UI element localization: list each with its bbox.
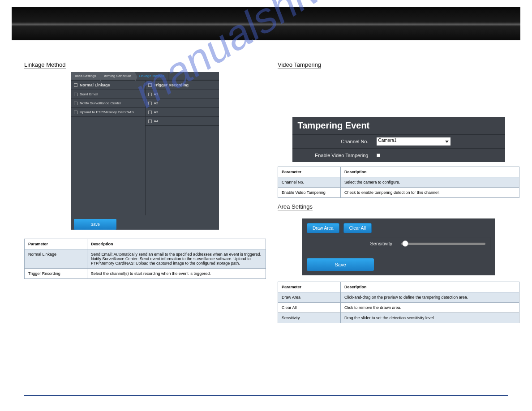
cell-val: Select the camera to configure. bbox=[341, 177, 519, 188]
channel-no-label: Channel No. bbox=[292, 135, 373, 148]
trigger-recording-title: Trigger Recording bbox=[154, 83, 189, 87]
list-item-label: A2 bbox=[154, 101, 159, 105]
table-header-parameter: Parameter bbox=[278, 282, 341, 292]
checkbox-icon[interactable] bbox=[74, 111, 77, 114]
cell-key: Enable Video Tampering bbox=[278, 188, 341, 198]
draw-area-button[interactable]: Draw Area bbox=[307, 223, 339, 233]
linkage-grid: Normal Linkage Send Email Notify Surveil… bbox=[71, 80, 219, 215]
page-header-bar bbox=[12, 7, 520, 40]
checkbox-icon[interactable] bbox=[148, 120, 152, 123]
tab-arming-schedule[interactable]: Arming Schedule bbox=[100, 72, 135, 80]
table-row: Enable Video Tampering Check to enable t… bbox=[278, 188, 519, 198]
sensitivity-label: Sensitivity bbox=[307, 237, 397, 250]
trigger-item-a4: A4 bbox=[146, 117, 219, 126]
section-heading-area: Area Settings bbox=[278, 203, 313, 210]
section-heading-linkage: Linkage Method bbox=[24, 61, 66, 68]
cell-val: Check to enable tampering detection for … bbox=[341, 188, 519, 198]
list-item-label: A3 bbox=[154, 110, 159, 114]
normal-linkage-title: Normal Linkage bbox=[80, 83, 110, 87]
normal-item-upload: Upload to FTP/Memory Card/NAS bbox=[71, 108, 145, 117]
cell-key: Clear All bbox=[278, 303, 341, 313]
trigger-item-a3: A3 bbox=[146, 108, 219, 117]
slider-thumb-icon[interactable] bbox=[402, 240, 408, 247]
clear-all-button[interactable]: Clear All bbox=[343, 223, 372, 233]
trigger-recording-col: Trigger Recording A1 A2 A3 A4 bbox=[146, 81, 219, 215]
table-header-parameter: Parameter bbox=[25, 239, 87, 249]
linkage-spec-table: Parameter Description Normal Linkage Sen… bbox=[24, 239, 266, 279]
list-item-label: A1 bbox=[154, 92, 159, 96]
tab-linkage-method[interactable]: Linkage Method bbox=[135, 72, 168, 80]
checkbox-icon[interactable] bbox=[148, 102, 152, 105]
normal-linkage-header: Normal Linkage bbox=[71, 81, 145, 90]
normal-item-notify: Notify Surveillance Center bbox=[71, 99, 145, 108]
left-column: Linkage Method Area Settings Arming Sche… bbox=[24, 60, 266, 279]
sensitivity-row: Sensitivity bbox=[307, 237, 490, 250]
table-row: Draw Area Click-and-drag on the preview … bbox=[278, 292, 519, 303]
table-header-row: Parameter Description bbox=[25, 239, 266, 249]
linkage-screenshot: Area Settings Arming Schedule Linkage Me… bbox=[71, 72, 219, 230]
cell-val: Select the channel(s) to start recording… bbox=[87, 269, 266, 279]
cell-val: Click-and-drag on the preview to define … bbox=[341, 292, 519, 303]
checkbox-icon[interactable] bbox=[74, 102, 77, 105]
tampering-title: Tampering Event bbox=[292, 117, 505, 134]
checkbox-icon[interactable] bbox=[148, 83, 152, 87]
list-item-label: Upload to FTP/Memory Card/NAS bbox=[80, 110, 134, 114]
table-row: Trigger Recording Select the channel(s) … bbox=[25, 269, 266, 279]
table-header-row: Parameter Description bbox=[278, 282, 519, 292]
table-header-row: Parameter Description bbox=[278, 167, 519, 177]
sensitivity-slider[interactable] bbox=[401, 243, 485, 245]
channel-row: Channel No. Camera1 bbox=[292, 134, 505, 148]
cell-key: Channel No. bbox=[278, 177, 341, 188]
right-column: Video Tampering Tampering Event Channel … bbox=[278, 60, 519, 323]
enable-tampering-checkbox[interactable] bbox=[377, 154, 380, 157]
save-button[interactable]: Save bbox=[74, 219, 116, 230]
cell-key: Trigger Recording bbox=[25, 269, 87, 279]
cell-val: Send Email: Automatically send an email … bbox=[87, 249, 266, 269]
cell-key: Normal Linkage bbox=[25, 249, 87, 269]
table-row: Sensitivity Drag the slider to set the d… bbox=[278, 313, 519, 323]
checkbox-icon[interactable] bbox=[148, 111, 152, 114]
tampering-spec-table: Parameter Description Channel No. Select… bbox=[278, 167, 519, 198]
save-button[interactable]: Save bbox=[307, 258, 374, 271]
section-heading-tampering: Video Tampering bbox=[278, 61, 321, 68]
area-panel: Draw Area Clear All Sensitivity Save bbox=[302, 218, 495, 275]
tab-area-settings[interactable]: Area Settings bbox=[71, 72, 100, 80]
table-header-description: Description bbox=[87, 239, 266, 249]
table-row: Clear All Click to remove the drawn area… bbox=[278, 303, 519, 313]
tampering-panel: Tampering Event Channel No. Camera1 Enab… bbox=[292, 117, 505, 162]
table-row: Normal Linkage Send Email: Automatically… bbox=[25, 249, 266, 269]
channel-no-select[interactable]: Camera1 bbox=[377, 137, 450, 146]
table-header-description: Description bbox=[341, 282, 519, 292]
list-item-label: Notify Surveillance Center bbox=[80, 101, 121, 105]
normal-item-send-email: Send Email bbox=[71, 90, 145, 99]
cell-val: Click to remove the drawn area. bbox=[341, 303, 519, 313]
area-spec-table: Parameter Description Draw Area Click-an… bbox=[278, 282, 519, 323]
list-item-label: A4 bbox=[154, 119, 159, 123]
enable-row: Enable Video Tampering bbox=[292, 148, 505, 162]
cell-key: Draw Area bbox=[278, 292, 341, 303]
tabs-row: Area Settings Arming Schedule Linkage Me… bbox=[71, 72, 219, 80]
trigger-item-a2: A2 bbox=[146, 99, 219, 108]
checkbox-icon[interactable] bbox=[148, 93, 152, 96]
enable-tampering-label: Enable Video Tampering bbox=[292, 149, 373, 162]
trigger-recording-header: Trigger Recording bbox=[146, 81, 219, 90]
cell-val: Drag the slider to set the detection sen… bbox=[341, 313, 519, 323]
table-header-parameter: Parameter bbox=[278, 167, 341, 177]
trigger-item-a1: A1 bbox=[146, 90, 219, 99]
cell-key: Sensitivity bbox=[278, 313, 341, 323]
checkbox-icon[interactable] bbox=[74, 93, 77, 96]
checkbox-icon[interactable] bbox=[74, 83, 77, 87]
footer-divider bbox=[24, 395, 508, 396]
normal-linkage-col: Normal Linkage Send Email Notify Surveil… bbox=[71, 81, 146, 215]
table-header-description: Description bbox=[341, 167, 519, 177]
list-item-label: Send Email bbox=[80, 92, 98, 96]
table-row: Channel No. Select the camera to configu… bbox=[278, 177, 519, 188]
